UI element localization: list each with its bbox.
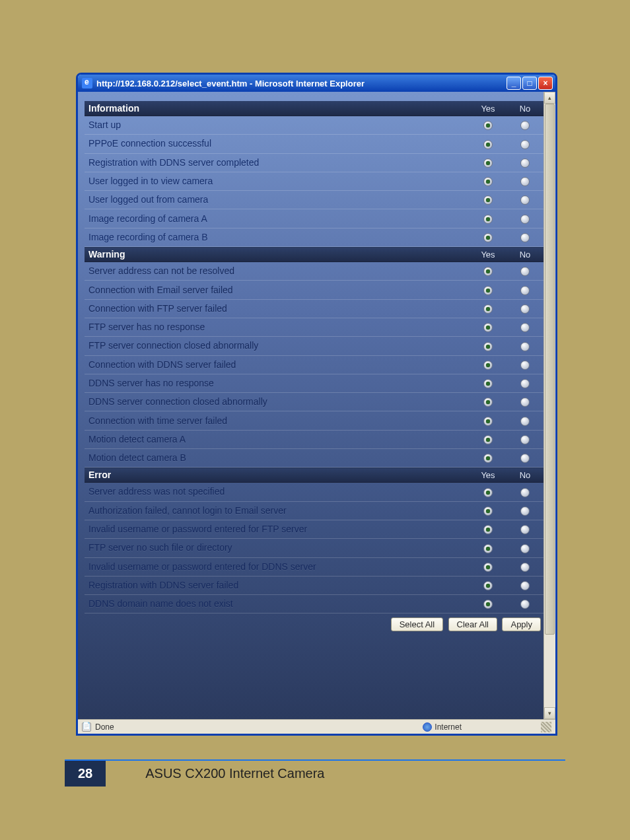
- radio-yes[interactable]: [483, 140, 493, 149]
- radio-yes[interactable]: [483, 544, 493, 553]
- radio-no[interactable]: [520, 435, 530, 444]
- radio-yes[interactable]: [483, 563, 493, 572]
- event-row: Connection with DDNS server failed: [85, 355, 543, 374]
- event-row: Server address was not specified: [85, 483, 543, 501]
- scroll-track[interactable]: [544, 104, 555, 707]
- section-title: Warning: [85, 247, 470, 262]
- scroll-thumb[interactable]: [545, 104, 555, 635]
- radio-yes[interactable]: [483, 525, 493, 534]
- radio-no[interactable]: [520, 581, 530, 590]
- event-label: Motion detect camera A: [85, 430, 470, 448]
- clear-all-button[interactable]: Clear All: [448, 617, 497, 631]
- radio-no[interactable]: [520, 398, 530, 407]
- event-row: Connection with Email server failed: [85, 281, 543, 299]
- resize-grip[interactable]: [541, 722, 551, 732]
- window-controls: _ □ ×: [507, 77, 553, 90]
- ie-icon: [82, 78, 92, 88]
- radio-yes[interactable]: [483, 177, 493, 186]
- column-no: No: [507, 101, 543, 116]
- radio-yes[interactable]: [483, 195, 493, 205]
- event-label: Image recording of camera B: [85, 228, 470, 246]
- radio-no[interactable]: [520, 417, 530, 426]
- radio-yes[interactable]: [483, 417, 493, 426]
- titlebar[interactable]: http://192.168.0.212/select_event.htm - …: [78, 75, 555, 92]
- product-name: ASUS CX200 Internet Camera: [145, 766, 324, 781]
- radio-no[interactable]: [520, 158, 530, 168]
- event-label: FTP server connection closed abnormally: [85, 337, 470, 355]
- radio-yes[interactable]: [483, 581, 493, 590]
- event-row: FTP server has no response: [85, 318, 543, 336]
- apply-button[interactable]: Apply: [502, 617, 541, 631]
- event-label: DDNS server has no response: [85, 374, 470, 392]
- radio-yes[interactable]: [483, 286, 493, 295]
- radio-no[interactable]: [520, 488, 530, 497]
- event-label: PPPoE connection successful: [85, 135, 470, 153]
- vertical-scrollbar[interactable]: ▴ ▾: [543, 92, 555, 719]
- maximize-button[interactable]: □: [522, 77, 537, 90]
- event-label: Authorization failed, cannot login to Em…: [85, 501, 470, 520]
- browser-window: http://192.168.0.212/select_event.htm - …: [76, 73, 557, 736]
- event-label: Invalid username or password entered for…: [85, 520, 470, 538]
- radio-yes[interactable]: [483, 342, 493, 351]
- status-text: Done: [95, 722, 114, 732]
- radio-no[interactable]: [520, 600, 530, 609]
- event-row: FTP server no such file or directory: [85, 539, 543, 557]
- event-row: Image recording of camera A: [85, 209, 543, 228]
- close-button[interactable]: ×: [538, 77, 553, 90]
- page-number: 28: [65, 761, 106, 787]
- radio-yes[interactable]: [483, 267, 493, 276]
- column-yes: Yes: [470, 247, 507, 262]
- radio-no[interactable]: [520, 454, 530, 463]
- event-row: Server address can not be resolved: [85, 262, 543, 281]
- minimize-button[interactable]: _: [507, 77, 521, 90]
- radio-no[interactable]: [520, 121, 530, 130]
- scroll-up-button[interactable]: ▴: [544, 92, 555, 104]
- radio-no[interactable]: [520, 233, 530, 242]
- radio-yes[interactable]: [483, 361, 493, 370]
- event-label: Registration with DDNS server completed: [85, 153, 470, 172]
- radio-no[interactable]: [520, 304, 530, 314]
- radio-no[interactable]: [520, 563, 530, 572]
- column-no: No: [507, 468, 543, 483]
- event-row: User logged in to view camera: [85, 172, 543, 190]
- radio-no[interactable]: [520, 544, 530, 553]
- radio-no[interactable]: [520, 507, 530, 516]
- radio-no[interactable]: [520, 361, 530, 370]
- radio-yes[interactable]: [483, 398, 493, 407]
- button-row: Select All Clear All Apply: [85, 613, 543, 631]
- event-label: DDNS server connection closed abnormally: [85, 393, 470, 411]
- radio-no[interactable]: [520, 379, 530, 388]
- section-header: InformationYesNo: [85, 101, 543, 116]
- section-header: ErrorYesNo: [85, 468, 543, 483]
- event-label: Connection with FTP server failed: [85, 299, 470, 318]
- event-row: PPPoE connection successful: [85, 135, 543, 153]
- event-label: Server address can not be resolved: [85, 262, 470, 281]
- radio-yes[interactable]: [483, 233, 493, 242]
- event-label: Image recording of camera A: [85, 209, 470, 228]
- radio-yes[interactable]: [483, 304, 493, 314]
- radio-no[interactable]: [520, 323, 530, 332]
- radio-no[interactable]: [520, 267, 530, 276]
- radio-no[interactable]: [520, 286, 530, 295]
- radio-yes[interactable]: [483, 454, 493, 463]
- radio-yes[interactable]: [483, 507, 493, 516]
- radio-no[interactable]: [520, 525, 530, 534]
- radio-yes[interactable]: [483, 379, 493, 388]
- event-row: Start up: [85, 116, 543, 135]
- scroll-down-button[interactable]: ▾: [544, 707, 555, 719]
- event-row: Registration with DDNS server failed: [85, 576, 543, 594]
- radio-yes[interactable]: [483, 215, 493, 224]
- radio-no[interactable]: [520, 215, 530, 224]
- radio-no[interactable]: [520, 342, 530, 351]
- radio-yes[interactable]: [483, 600, 493, 609]
- radio-yes[interactable]: [483, 323, 493, 332]
- radio-yes[interactable]: [483, 158, 493, 168]
- radio-no[interactable]: [520, 195, 530, 205]
- select-all-button[interactable]: Select All: [391, 617, 443, 631]
- radio-yes[interactable]: [483, 435, 493, 444]
- event-row: Motion detect camera A: [85, 430, 543, 448]
- radio-yes[interactable]: [483, 121, 493, 130]
- radio-yes[interactable]: [483, 488, 493, 497]
- radio-no[interactable]: [520, 140, 530, 149]
- radio-no[interactable]: [520, 177, 530, 186]
